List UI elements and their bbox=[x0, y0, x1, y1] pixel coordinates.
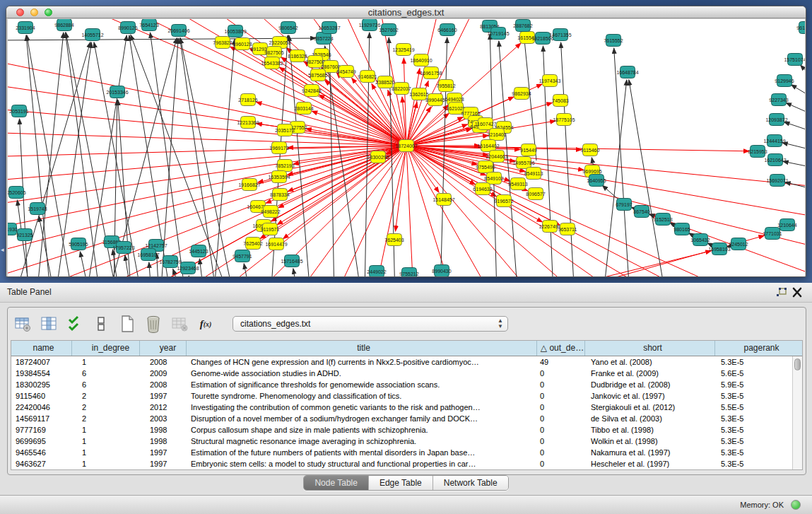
graph-node[interactable]: 2053191 bbox=[9, 105, 28, 117]
graph-node[interactable]: 20691406 bbox=[167, 25, 189, 37]
graph-node[interactable]: 14055712 bbox=[81, 29, 103, 41]
function-builder-icon[interactable]: f(x) bbox=[196, 315, 215, 333]
graph-node[interactable]: 8186328 bbox=[288, 50, 307, 62]
graph-node[interactable]: 9242848 bbox=[302, 85, 321, 97]
graph-node[interactable]: 1065432 bbox=[690, 234, 710, 246]
graph-node[interactable]: 18640910 bbox=[410, 54, 432, 66]
graph-node[interactable]: 16164402 bbox=[477, 140, 499, 152]
graph-node[interactable]: 1640955 bbox=[587, 175, 606, 187]
close-panel-icon[interactable] bbox=[791, 287, 804, 298]
graph-node[interactable]: 1210644 bbox=[777, 219, 796, 231]
graph-node[interactable]: 9129946 bbox=[775, 75, 794, 87]
graph-node[interactable]: 1527602 bbox=[379, 24, 398, 36]
graph-node[interactable]: 7654123 bbox=[139, 19, 158, 31]
column-header-name[interactable]: name bbox=[11, 341, 72, 356]
graph-node[interactable]: 8549102 bbox=[484, 173, 503, 185]
table-row[interactable]: 1872400712008Changes of HCN gene express… bbox=[11, 356, 802, 368]
table-row[interactable]: 1830029562008Estimation of significance … bbox=[11, 379, 802, 390]
graph-node[interactable]: 16210643 bbox=[764, 154, 786, 166]
graph-node[interactable]: 921325 bbox=[16, 229, 33, 241]
table-row[interactable]: 1456911722003Disruption of a novel membe… bbox=[11, 413, 802, 424]
column-header-short[interactable]: short bbox=[585, 341, 715, 356]
table-row[interactable]: 946554611997Estimation of the future num… bbox=[11, 447, 802, 458]
column-header-in-degree[interactable]: in_degree bbox=[72, 341, 140, 356]
graph-node[interactable]: 8549113 bbox=[524, 168, 543, 180]
graph-node[interactable]: 9653711 bbox=[558, 223, 577, 235]
column-visibility-icon[interactable] bbox=[40, 315, 58, 333]
graph-node[interactable]: 9152518 bbox=[653, 214, 672, 226]
graph-node[interactable]: 2520605 bbox=[8, 187, 26, 199]
graph-node[interactable]: 16914479 bbox=[265, 238, 287, 250]
graph-node[interactable]: 18775105 bbox=[553, 114, 575, 126]
graph-node[interactable]: 8990430 bbox=[432, 265, 451, 277]
graph-node[interactable]: 7625403 bbox=[384, 234, 404, 246]
scrollbar-thumb[interactable] bbox=[794, 358, 801, 370]
float-panel-icon[interactable] bbox=[775, 287, 788, 298]
graph-node[interactable]: 10653287 bbox=[318, 22, 340, 34]
network-canvas[interactable]: 7963822896012889129342322605898275058186… bbox=[8, 19, 805, 276]
graph-node[interactable]: 3857224 bbox=[314, 33, 333, 45]
graph-node[interactable]: 9806542 bbox=[278, 22, 298, 34]
graph-node[interactable]: 7852193 bbox=[275, 160, 294, 172]
graph-node[interactable]: 980165 bbox=[673, 223, 690, 235]
graph-node[interactable]: 8960128 bbox=[233, 38, 252, 50]
graph-node[interactable]: 679197 bbox=[616, 199, 632, 211]
graph-node[interactable]: 9549313 bbox=[508, 178, 527, 190]
graph-node[interactable]: 12093872 bbox=[765, 114, 787, 126]
graph-node[interactable]: 8215953 bbox=[748, 146, 767, 158]
graph-node[interactable]: 8990126 bbox=[118, 22, 137, 34]
graph-node[interactable]: 11607427 bbox=[475, 118, 497, 130]
graph-node[interactable]: 16961758 bbox=[420, 67, 442, 79]
graph-node[interactable]: 8454749 bbox=[336, 66, 355, 78]
graph-node[interactable]: 1445123 bbox=[189, 245, 208, 257]
graph-node[interactable]: 15692071 bbox=[766, 175, 788, 187]
graph-node[interactable]: 22044663 bbox=[486, 151, 507, 163]
table-row[interactable]: 946362711997Embryonic stem cells: a mode… bbox=[11, 458, 802, 469]
graph-node[interactable]: 12213369 bbox=[237, 117, 259, 129]
graph-node[interactable]: 9862884 bbox=[54, 19, 73, 31]
tab-node-table[interactable]: Node Table bbox=[304, 476, 369, 490]
delete-rows-icon[interactable] bbox=[144, 315, 163, 333]
tab-network-table[interactable]: Network Table bbox=[433, 476, 508, 490]
graph-node[interactable]: 9196572 bbox=[494, 195, 513, 207]
graph-node[interactable]: 5875685 bbox=[308, 69, 327, 81]
graph-node[interactable]: 19166827 bbox=[238, 179, 260, 191]
graph-node[interactable]: 2035173 bbox=[275, 124, 294, 136]
graph-node[interactable]: 11929726 bbox=[359, 19, 381, 31]
graph-node[interactable]: 2803144 bbox=[294, 103, 313, 115]
graph-node[interactable]: 9146821 bbox=[358, 71, 377, 83]
graph-node[interactable]: 8822037 bbox=[392, 83, 411, 95]
graph-node[interactable]: 9457791 bbox=[233, 250, 252, 262]
table-vertical-scrollbar[interactable] bbox=[792, 356, 802, 469]
graph-node[interactable]: 2449022 bbox=[367, 266, 386, 277]
table-row[interactable]: 911546021997Tourette syndrome. Phenomeno… bbox=[11, 390, 802, 402]
column-header-title[interactable]: title bbox=[187, 341, 537, 356]
graph-node[interactable]: 7955812 bbox=[436, 80, 455, 92]
graph-node[interactable]: 867540 bbox=[633, 206, 649, 218]
graph-node[interactable]: 8990445 bbox=[425, 94, 445, 106]
graph-node[interactable]: 1519743 bbox=[28, 203, 47, 215]
graph-node[interactable]: 16648784 bbox=[616, 66, 638, 78]
graph-node[interactable]: 9615401 bbox=[796, 22, 805, 34]
graph-node[interactable]: 9755490 bbox=[476, 161, 495, 173]
graph-node[interactable]: 9227343 bbox=[769, 94, 788, 106]
column-header-year[interactable]: year bbox=[140, 341, 187, 356]
left-collapse-handle-icon[interactable]: ◂ bbox=[1, 246, 4, 253]
graph-node[interactable]: 7963822 bbox=[213, 37, 232, 49]
graph-node[interactable]: 7615552 bbox=[604, 35, 623, 47]
graph-node[interactable]: 12444159 bbox=[763, 135, 785, 147]
table-row[interactable]: 977716911998Corpus callosum shape and si… bbox=[11, 424, 802, 436]
graph-node[interactable]: 9245012 bbox=[729, 238, 748, 250]
graph-node[interactable]: 11974343 bbox=[539, 75, 561, 87]
graph-node[interactable]: 7625402 bbox=[243, 238, 262, 250]
graph-node[interactable]: 9755212 bbox=[399, 268, 418, 277]
graph-node[interactable]: 15716485 bbox=[281, 255, 302, 267]
column-header-out-degree-sorted[interactable]: △ out_de… bbox=[537, 341, 585, 356]
graph-node[interactable]: 15751074 bbox=[784, 54, 805, 66]
new-table-icon[interactable] bbox=[118, 315, 136, 333]
destroy-table-icon[interactable] bbox=[170, 315, 189, 333]
graph-node[interactable]: 6194632 bbox=[473, 183, 492, 195]
select-all-icon[interactable] bbox=[66, 315, 84, 333]
table-settings-icon[interactable] bbox=[13, 315, 32, 333]
graph-node[interactable]: 1771031 bbox=[763, 228, 782, 240]
